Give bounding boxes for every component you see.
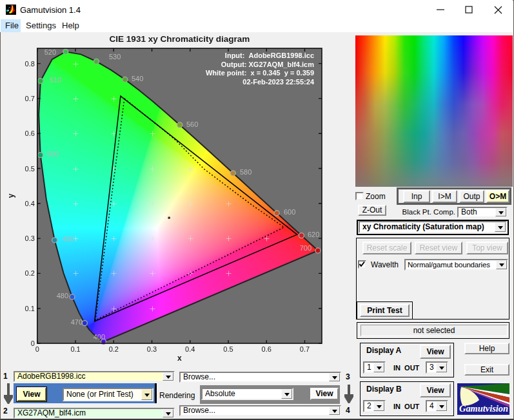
svg-text:Gamutvision: Gamutvision [459, 403, 508, 414]
